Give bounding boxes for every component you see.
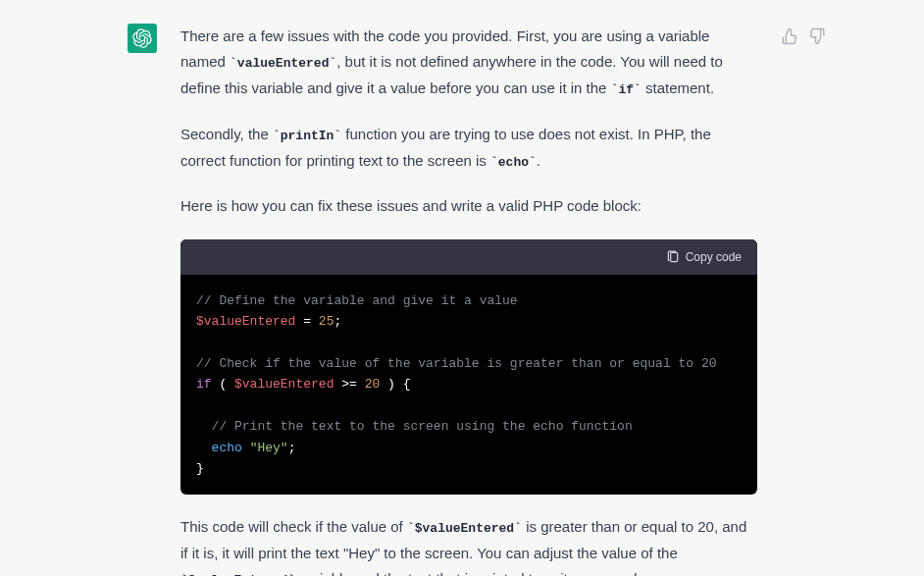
inline-code: `printIn` xyxy=(273,129,341,143)
code-line: $valueEntered = 25; xyxy=(196,311,742,332)
code-line: echo "Hey"; xyxy=(196,438,742,458)
code-line: if ( $valueEntered >= 20 ) { xyxy=(196,374,742,394)
copy-code-button[interactable]: Copy code xyxy=(666,250,742,264)
message-content: There are a few issues with the code you… xyxy=(180,24,757,576)
code-line xyxy=(196,395,742,416)
thumbs-up-button[interactable] xyxy=(781,27,798,45)
code-block: Copy code // Define the variable and giv… xyxy=(180,239,757,496)
code-line: // Check if the value of the variable is… xyxy=(196,353,742,374)
text-span: . xyxy=(537,152,540,169)
paragraph-3: Here is how you can fix these issues and… xyxy=(180,193,757,219)
code-line: // Print the text to the screen using th… xyxy=(196,416,742,437)
inline-code: `echo` xyxy=(490,155,537,170)
code-line xyxy=(196,332,742,352)
text-span: variable and the text that is printed to… xyxy=(295,570,648,576)
code-header: Copy code xyxy=(180,239,757,275)
thumbs-up-icon xyxy=(781,27,798,45)
svg-rect-0 xyxy=(670,252,677,261)
paragraph-4: This code will check if the value of `$v… xyxy=(180,514,757,576)
code-line: // Define the variable and give it a val… xyxy=(196,290,742,311)
thumbs-down-button[interactable] xyxy=(808,27,826,45)
message-actions xyxy=(781,24,826,576)
code-body: // Define the variable and give it a val… xyxy=(180,275,757,496)
paragraph-2: Secondly, the `printIn` function you are… xyxy=(180,122,757,175)
text-span: Secondly, the xyxy=(180,126,273,142)
inline-code: `if` xyxy=(611,82,642,97)
thumbs-down-icon xyxy=(808,27,826,45)
code-line: } xyxy=(196,458,742,479)
assistant-avatar xyxy=(128,24,157,53)
inline-code: `valueEntered` xyxy=(230,56,336,71)
copy-code-label: Copy code xyxy=(686,250,742,264)
text-span: This code will check if the value of xyxy=(180,518,407,535)
inline-code: `$valueEntered` xyxy=(407,521,522,536)
text-span: statement. xyxy=(642,79,714,96)
clipboard-icon xyxy=(666,250,680,264)
paragraph-1: There are a few issues with the code you… xyxy=(180,24,757,102)
